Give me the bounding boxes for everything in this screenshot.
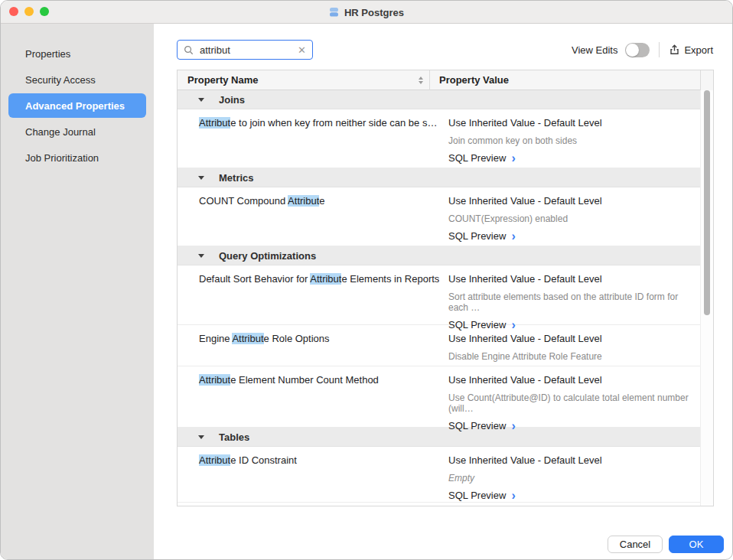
chevron-right-icon: › (511, 232, 515, 241)
collapse-triangle-icon[interactable] (198, 435, 204, 439)
export-button[interactable]: Export (669, 44, 713, 56)
column-header-property-name[interactable]: Property Name (178, 74, 415, 86)
chevron-right-icon: › (511, 491, 515, 500)
sidebar-item-job-prioritization[interactable]: Job Prioritization (8, 145, 146, 170)
table-body: Joins Attribute to join when key from ne… (178, 90, 700, 506)
sort-icon[interactable] (415, 77, 426, 84)
section-header-joins[interactable]: Joins (178, 90, 700, 109)
sql-preview-label: SQL Preview (448, 230, 506, 242)
titlebar: HR Postgres (1, 1, 732, 24)
sql-preview-link[interactable]: SQL Preview› (448, 152, 696, 164)
search-input[interactable] (198, 44, 298, 57)
property-value-cell: Use Inherited Value - Default Level Disa… (439, 325, 700, 366)
property-name: Attribute Element Number Count Method (178, 366, 439, 427)
sidebar-item-properties[interactable]: Properties (8, 41, 146, 66)
property-description: Empty (448, 473, 696, 483)
sidebar-item-label: Properties (25, 48, 70, 60)
column-header-property-value[interactable]: Property Value (430, 74, 700, 86)
sidebar-item-label: Advanced Properties (25, 100, 125, 112)
sidebar-item-advanced-properties[interactable]: Advanced Properties (8, 93, 146, 118)
sql-preview-link[interactable]: SQL Preview› (448, 490, 696, 501)
sidebar-item-label: Security Access (25, 74, 96, 86)
property-description: Disable Engine Attribute Role Feature (448, 351, 696, 362)
property-value-cell: Use Inherited Value - Default Level Use … (439, 366, 700, 427)
sql-preview-label: SQL Preview (448, 420, 506, 431)
table-row[interactable]: Default Sort Behavior for Attribute Elem… (178, 265, 700, 325)
table-row[interactable]: Attribute Element Number Count Method Us… (178, 366, 700, 428)
property-name: Engine Attribute Role Options (178, 325, 439, 366)
section-label: Joins (219, 94, 245, 106)
sql-preview-link[interactable]: SQL Preview› (448, 230, 696, 242)
property-description: Use Count(Attribute@ID) to calculate tot… (448, 392, 696, 414)
collapse-triangle-icon[interactable] (198, 98, 204, 102)
section-header-metrics[interactable]: Metrics (178, 168, 700, 187)
property-value[interactable]: Use Inherited Value - Default Level (448, 333, 696, 344)
property-description: Sort attribute elements based on the att… (448, 291, 696, 313)
section-label: Query Optimizations (219, 250, 316, 262)
table-row[interactable]: Engine Attribute Role Options Use Inheri… (178, 325, 700, 366)
sql-preview-label: SQL Preview (448, 152, 506, 164)
sidebar: Properties Security Access Advanced Prop… (1, 24, 154, 560)
property-value[interactable]: Use Inherited Value - Default Level (448, 117, 696, 129)
property-name: Attribute ID Constraint (178, 447, 439, 502)
cancel-button[interactable]: Cancel (608, 536, 663, 553)
view-edits-toggle[interactable] (625, 43, 650, 57)
property-name: Default Sort Behavior for Attribute Elem… (178, 265, 439, 324)
scrollbar-thumb[interactable] (704, 90, 710, 315)
sidebar-item-change-journal[interactable]: Change Journal (8, 119, 146, 144)
ok-button[interactable]: OK (669, 536, 724, 553)
toolbar-right: View Edits Export (572, 40, 713, 60)
collapse-triangle-icon[interactable] (198, 176, 204, 180)
export-label: Export (684, 44, 713, 56)
property-value-cell: Use Inherited Value - Default Level Sort… (439, 265, 700, 324)
sidebar-item-security-access[interactable]: Security Access (8, 67, 146, 92)
window-title: HR Postgres (344, 7, 404, 18)
clear-search-icon[interactable]: ✕ (298, 45, 306, 55)
collapse-triangle-icon[interactable] (198, 254, 204, 258)
database-icon (329, 7, 339, 18)
properties-table: Property Name Property Value Joins Attri… (177, 70, 714, 506)
property-value[interactable]: Use Inherited Value - Default Level (448, 195, 696, 207)
scrollbar-track[interactable] (700, 90, 713, 506)
search-box[interactable]: ✕ (177, 40, 313, 60)
property-description: COUNT(Expression) enabled (448, 213, 696, 224)
property-value-cell: Use Inherited Value - Default Level Empt… (439, 447, 700, 502)
property-value-cell: Use Inherited Value - Default Level Join… (439, 109, 700, 168)
property-name: COUNT Compound Attribute (178, 187, 439, 246)
property-value[interactable]: Use Inherited Value - Default Level (448, 374, 696, 386)
toolbar-divider (659, 42, 660, 57)
toggle-knob (626, 44, 639, 57)
search-icon (184, 45, 194, 55)
table-row[interactable]: COUNT Compound Attribute Use Inherited V… (178, 187, 700, 246)
table-header: Property Name Property Value (178, 70, 713, 90)
section-label: Tables (219, 431, 249, 443)
view-edits-label: View Edits (572, 44, 617, 56)
table-row[interactable]: Attribute ID Constraint Use Inherited Va… (178, 447, 700, 503)
sql-preview-label: SQL Preview (448, 490, 506, 501)
app-window: HR Postgres Properties Security Access A… (0, 0, 733, 560)
chevron-right-icon: › (511, 422, 515, 431)
property-description: Join common key on both sides (448, 135, 696, 146)
property-value-cell: Use Inherited Value - Default Level COUN… (439, 187, 700, 246)
sidebar-item-label: Change Journal (25, 126, 96, 138)
property-name: Attribute to join when key from neither … (178, 109, 439, 168)
section-header-query-optimizations[interactable]: Query Optimizations (178, 246, 700, 265)
sidebar-item-label: Job Prioritization (25, 152, 99, 164)
scrollbar-header-cell (700, 70, 713, 90)
section-label: Metrics (219, 172, 254, 184)
export-icon (669, 44, 680, 56)
property-value[interactable]: Use Inherited Value - Default Level (448, 273, 696, 285)
sql-preview-link[interactable]: SQL Preview› (448, 420, 696, 431)
property-value[interactable]: Use Inherited Value - Default Level (448, 454, 696, 466)
window-title-area: HR Postgres (1, 1, 732, 24)
chevron-right-icon: › (511, 154, 515, 163)
table-row[interactable]: Attribute to join when key from neither … (178, 109, 700, 168)
